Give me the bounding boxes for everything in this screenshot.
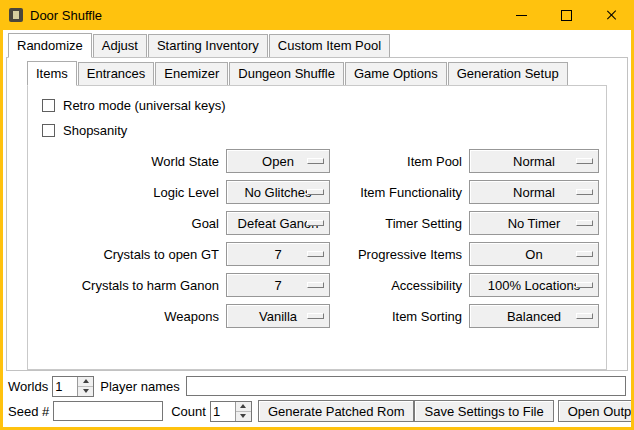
open-output-directory-button[interactable]: Open Output Directory bbox=[558, 400, 631, 422]
inner-tab-bar: Items Entrances Enemizer Dungeon Shuffle… bbox=[7, 58, 627, 85]
client-area: Randomize Adjust Starting Inventory Cust… bbox=[3, 30, 631, 427]
worlds-row: Worlds Player names bbox=[8, 375, 626, 397]
worlds-spin-down[interactable] bbox=[78, 387, 93, 396]
label-logic-level: Logic Level bbox=[34, 180, 219, 204]
dropdown-indicator-icon bbox=[576, 282, 593, 288]
tab-dungeon-shuffle[interactable]: Dungeon Shuffle bbox=[229, 62, 344, 85]
dropdown-world-state[interactable]: Open bbox=[226, 149, 330, 173]
dropdown-value: No Timer bbox=[508, 216, 561, 231]
shopsanity-label: Shopsanity bbox=[63, 123, 127, 138]
tab-entrances[interactable]: Entrances bbox=[78, 62, 155, 85]
options-grid: World State Open Item Pool Normal Logic … bbox=[34, 149, 600, 328]
label-item-pool: Item Pool bbox=[337, 149, 462, 173]
dropdown-value: 7 bbox=[274, 278, 281, 293]
window-title: Door Shuffle bbox=[30, 8, 102, 23]
dropdown-indicator-icon bbox=[307, 251, 324, 257]
app-icon bbox=[9, 8, 23, 22]
dropdown-accessibility[interactable]: 100% Locations bbox=[469, 273, 599, 297]
maximize-button[interactable] bbox=[544, 0, 589, 30]
window-controls bbox=[499, 0, 634, 30]
dropdown-value: On bbox=[525, 247, 542, 262]
maximize-icon bbox=[561, 10, 572, 21]
app-window: Door Shuffle Randomize Adjust Starting I… bbox=[0, 0, 634, 430]
dropdown-indicator-icon bbox=[576, 251, 593, 257]
dropdown-value: Balanced bbox=[507, 309, 561, 324]
items-page: Retro mode (universal keys) Shopsanity W… bbox=[27, 85, 607, 370]
dropdown-indicator-icon bbox=[307, 220, 324, 226]
worlds-label: Worlds bbox=[8, 379, 48, 394]
dropdown-value: Normal bbox=[513, 154, 555, 169]
count-spin-down[interactable] bbox=[236, 412, 251, 421]
seed-row: Seed # Count Generate Patched Rom Save S… bbox=[8, 400, 626, 422]
dropdown-timer-setting[interactable]: No Timer bbox=[469, 211, 599, 235]
label-item-sorting: Item Sorting bbox=[337, 304, 462, 328]
dropdown-indicator-icon bbox=[576, 189, 593, 195]
save-settings-button[interactable]: Save Settings to File bbox=[414, 400, 553, 422]
label-goal: Goal bbox=[34, 211, 219, 235]
label-progressive-items: Progressive Items bbox=[337, 242, 462, 266]
dropdown-indicator-icon bbox=[307, 313, 324, 319]
player-names-label: Player names bbox=[100, 379, 179, 394]
minimize-button[interactable] bbox=[499, 0, 544, 30]
tab-enemizer[interactable]: Enemizer bbox=[155, 62, 228, 85]
dropdown-item-sorting[interactable]: Balanced bbox=[469, 304, 599, 328]
dropdown-indicator-icon bbox=[307, 282, 324, 288]
spin-up-icon bbox=[240, 404, 246, 408]
label-crystals-open-gt: Crystals to open GT bbox=[34, 242, 219, 266]
dropdown-value: No Glitches bbox=[244, 185, 311, 200]
tab-starting-inventory[interactable]: Starting Inventory bbox=[148, 34, 268, 57]
shopsanity-checkbox[interactable] bbox=[42, 124, 55, 137]
dropdown-value: Vanilla bbox=[259, 309, 297, 324]
count-label: Count bbox=[171, 404, 206, 419]
dropdown-value: Open bbox=[262, 154, 294, 169]
dropdown-indicator-icon bbox=[576, 158, 593, 164]
dropdown-value: Normal bbox=[513, 185, 555, 200]
spin-down-icon bbox=[240, 414, 246, 418]
retro-mode-row: Retro mode (universal keys) bbox=[42, 93, 600, 118]
label-item-functionality: Item Functionality bbox=[337, 180, 462, 204]
dropdown-value: 7 bbox=[274, 247, 281, 262]
tab-generation-setup[interactable]: Generation Setup bbox=[448, 62, 568, 85]
close-button[interactable] bbox=[589, 0, 634, 30]
player-names-input[interactable] bbox=[186, 376, 626, 396]
label-accessibility: Accessibility bbox=[337, 273, 462, 297]
retro-mode-checkbox[interactable] bbox=[42, 99, 55, 112]
tab-adjust[interactable]: Adjust bbox=[93, 34, 147, 57]
spin-down-icon bbox=[83, 389, 89, 393]
dropdown-indicator-icon bbox=[576, 220, 593, 226]
outer-tab-bar: Randomize Adjust Starting Inventory Cust… bbox=[3, 30, 631, 57]
dropdown-crystals-open-gt[interactable]: 7 bbox=[226, 242, 330, 266]
tab-randomize[interactable]: Randomize bbox=[8, 33, 92, 58]
dropdown-indicator-icon bbox=[307, 158, 324, 164]
close-icon bbox=[606, 9, 618, 21]
worlds-input[interactable] bbox=[53, 377, 77, 396]
generate-patched-rom-button[interactable]: Generate Patched Rom bbox=[258, 400, 415, 422]
dropdown-item-functionality[interactable]: Normal bbox=[469, 180, 599, 204]
dropdown-item-pool[interactable]: Normal bbox=[469, 149, 599, 173]
bottom-bar: Worlds Player names Seed # Count bbox=[3, 371, 631, 427]
dropdown-indicator-icon bbox=[576, 313, 593, 319]
worlds-spinner-arrows bbox=[77, 377, 93, 396]
count-spinner-arrows bbox=[235, 402, 251, 421]
count-spinner bbox=[210, 401, 252, 422]
worlds-spinner bbox=[52, 376, 94, 397]
titlebar: Door Shuffle bbox=[0, 0, 634, 30]
dropdown-logic-level[interactable]: No Glitches bbox=[226, 180, 330, 204]
minimize-icon bbox=[516, 15, 527, 16]
dropdown-crystals-harm-ganon[interactable]: 7 bbox=[226, 273, 330, 297]
count-input[interactable] bbox=[211, 402, 235, 421]
dropdown-indicator-icon bbox=[307, 189, 324, 195]
tab-items[interactable]: Items bbox=[27, 61, 77, 86]
label-weapons: Weapons bbox=[34, 304, 219, 328]
dropdown-progressive-items[interactable]: On bbox=[469, 242, 599, 266]
count-spin-up[interactable] bbox=[236, 402, 251, 412]
tab-game-options[interactable]: Game Options bbox=[345, 62, 447, 85]
retro-mode-label: Retro mode (universal keys) bbox=[63, 98, 226, 113]
seed-input[interactable] bbox=[53, 401, 163, 421]
worlds-spin-up[interactable] bbox=[78, 377, 93, 387]
label-crystals-harm-ganon: Crystals to harm Ganon bbox=[34, 273, 219, 297]
tab-custom-item-pool[interactable]: Custom Item Pool bbox=[269, 34, 390, 57]
label-timer-setting: Timer Setting bbox=[337, 211, 462, 235]
dropdown-weapons[interactable]: Vanilla bbox=[226, 304, 330, 328]
dropdown-goal[interactable]: Defeat Ganon bbox=[226, 211, 330, 235]
